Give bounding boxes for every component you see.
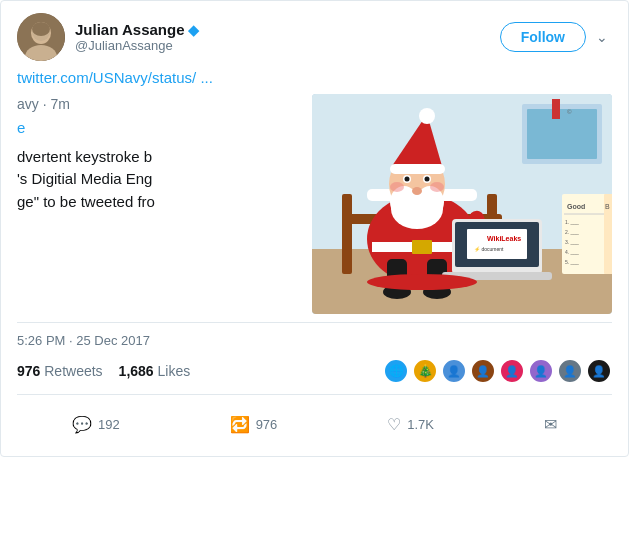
source-link-char[interactable]: e [17, 119, 25, 136]
liker-avatar-3: 👤 [441, 358, 467, 384]
user-info: Julian Assange ◆ @JulianAssange [17, 13, 199, 61]
avatar[interactable] [17, 13, 65, 61]
like-count: 1.7K [407, 417, 434, 432]
reply-icon: 💬 [72, 415, 92, 434]
reply-button[interactable]: 💬 192 [62, 409, 130, 440]
name-text: Julian Assange [75, 21, 184, 38]
svg-point-38 [390, 182, 404, 192]
retweets-count: 976 [17, 363, 40, 379]
retweet-count: 976 [256, 417, 278, 432]
svg-text:1. ___: 1. ___ [565, 219, 579, 225]
svg-text:©: © [567, 109, 572, 115]
svg-point-39 [430, 182, 444, 192]
chevron-button[interactable]: ⌄ [592, 25, 612, 49]
reply-count: 192 [98, 417, 120, 432]
svg-point-43 [419, 108, 435, 124]
svg-text:3. ___: 3. ___ [565, 239, 579, 245]
mail-icon: ✉ [544, 415, 557, 434]
liker-avatar-6: 👤 [528, 358, 554, 384]
liker-avatar-7: 👤 [557, 358, 583, 384]
liker-avatar-8: 👤 [586, 358, 612, 384]
svg-rect-9 [527, 109, 597, 159]
retweet-button[interactable]: 🔁 976 [220, 409, 288, 440]
retweets-stat: 976 Retweets [17, 363, 103, 379]
svg-text:Good: Good [567, 203, 585, 210]
svg-point-37 [425, 177, 430, 182]
verified-badge: ◆ [188, 22, 199, 38]
tweet-header: Julian Assange ◆ @JulianAssange Follow ⌄ [17, 13, 612, 61]
tweet-link[interactable]: twitter.com/USNavy/status/ ... [17, 69, 612, 86]
svg-point-40 [412, 187, 422, 195]
likers-avatars: 🌐 🎄 👤 👤 👤 👤 👤 👤 [383, 358, 612, 384]
screen-name: @JulianAssange [75, 38, 199, 53]
source-line-text: avy · 7m [17, 96, 70, 112]
dm-button[interactable]: ✉ [534, 409, 567, 440]
svg-text:B: B [605, 203, 610, 210]
tweet-image: WikiLeaks ⚡ document [312, 94, 612, 314]
svg-rect-42 [390, 164, 445, 174]
likes-stat: 1,686 Likes [119, 363, 191, 379]
likes-label: Likes [158, 363, 191, 379]
display-name: Julian Assange ◆ [75, 21, 199, 38]
liker-avatar-5: 👤 [499, 358, 525, 384]
tweet-actions: 💬 192 🔁 976 ♡ 1.7K ✉ [17, 405, 612, 444]
like-button[interactable]: ♡ 1.7K [377, 409, 444, 440]
tweet-stats: 976 Retweets 1,686 Likes 🌐 🎄 👤 👤 👤 👤 👤 👤 [17, 358, 612, 395]
svg-point-4 [32, 22, 50, 36]
retweet-icon: 🔁 [230, 415, 250, 434]
svg-rect-12 [342, 194, 352, 274]
tweet-timestamp: 5:26 PM · 25 Dec 2017 [17, 322, 612, 348]
tweet-body-text: dvertent keystroke b 's Digitial Media E… [17, 146, 308, 214]
svg-rect-10 [552, 99, 560, 119]
heart-icon: ♡ [387, 415, 401, 434]
tweet-card: Julian Assange ◆ @JulianAssange Follow ⌄… [0, 0, 629, 457]
svg-point-29 [367, 274, 477, 290]
tweet-content-area: avy · 7m e dvertent keystroke b 's Digit… [17, 94, 612, 314]
tweet-source-line: avy · 7m [17, 94, 308, 115]
svg-text:2. ___: 2. ___ [565, 229, 579, 235]
svg-point-36 [405, 177, 410, 182]
svg-text:WikiLeaks: WikiLeaks [487, 235, 521, 242]
tweet-text-block: avy · 7m e dvertent keystroke b 's Digit… [17, 94, 312, 314]
likes-count: 1,686 [119, 363, 154, 379]
retweets-label: Retweets [44, 363, 102, 379]
follow-area: Follow ⌄ [500, 22, 612, 52]
liker-avatar-2: 🎄 [412, 358, 438, 384]
body-line-3: ge" to be tweeted fro [17, 191, 308, 214]
follow-button[interactable]: Follow [500, 22, 586, 52]
svg-rect-20 [412, 240, 432, 254]
svg-rect-24 [467, 229, 527, 259]
user-name-block: Julian Assange ◆ @JulianAssange [75, 21, 199, 53]
svg-text:4. ___: 4. ___ [565, 249, 579, 255]
body-line-2: 's Digitial Media Eng [17, 168, 308, 191]
liker-avatar-1: 🌐 [383, 358, 409, 384]
liker-avatar-4: 👤 [470, 358, 496, 384]
svg-text:⚡ document: ⚡ document [474, 246, 504, 253]
svg-text:5. ___: 5. ___ [565, 259, 579, 265]
body-line-1: dvertent keystroke b [17, 146, 308, 169]
